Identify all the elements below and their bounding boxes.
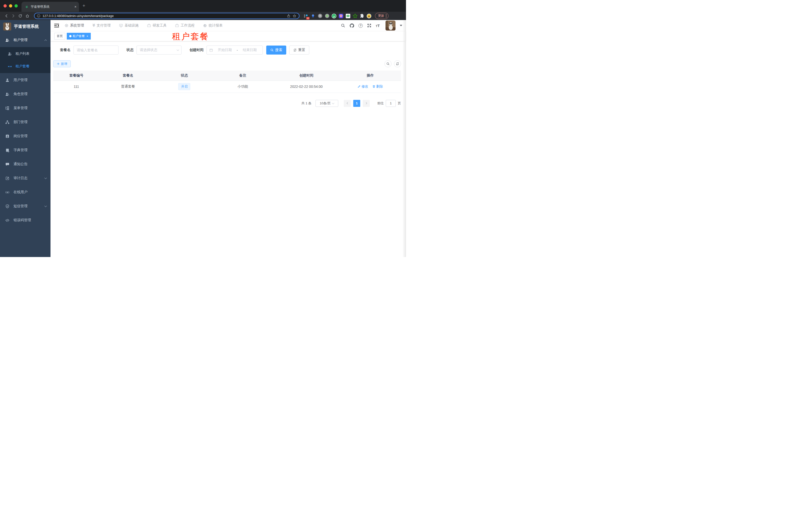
sidebar-item-post-management[interactable]: 岗位管理 (0, 129, 51, 143)
top-nav-report[interactable]: 统计报表 (203, 23, 223, 28)
browser-update-button[interactable]: 更新 (375, 13, 388, 19)
tag-tenant-package[interactable]: 租户套餐 × (67, 33, 91, 39)
extension-gem-icon[interactable] (311, 13, 316, 19)
sidebar-submenu-tenant: 租户列表 租户套餐 (0, 47, 51, 73)
cell-create-time: 2022-02-22 00:54:00 (273, 81, 339, 92)
extensions-puzzle-icon[interactable] (359, 13, 365, 19)
github-icon[interactable] (349, 23, 354, 28)
refresh-table-button[interactable] (394, 60, 401, 67)
minimize-window-button[interactable] (9, 4, 12, 7)
red-annotation-text: 租户套餐 (172, 32, 209, 41)
sidebar-item-label: 审计日志 (13, 176, 28, 181)
extension-command-icon[interactable]: ⌘ (318, 13, 322, 19)
sidebar-item-tenant-list[interactable]: 租户列表 (0, 48, 51, 60)
reload-icon[interactable] (18, 14, 23, 18)
monitor-icon (119, 24, 123, 28)
bookmark-star-icon[interactable] (292, 14, 296, 18)
sidebar-item-label: 在线用户 (13, 190, 28, 194)
top-nav-infra[interactable]: 基础设施 (119, 23, 139, 28)
top-nav-payment[interactable]: ¥ 支付管理 (92, 23, 111, 28)
package-name-input[interactable] (74, 46, 118, 55)
font-size-icon[interactable]: TT (376, 24, 380, 28)
tag-home[interactable]: 首页 (54, 33, 65, 39)
users-icon (5, 38, 9, 42)
browser-tab[interactable]: 芋道管理系统 × (22, 2, 79, 12)
chevron-down-icon (177, 49, 179, 51)
current-page-button[interactable]: 1 (353, 100, 360, 107)
share-icon[interactable] (287, 14, 290, 18)
help-icon[interactable]: ? (358, 24, 363, 28)
sidebar-item-dept-management[interactable]: 部门管理 (0, 115, 51, 129)
next-page-button[interactable] (363, 100, 370, 107)
goto-page-input[interactable] (386, 100, 396, 107)
profile-avatar-smiley[interactable] (367, 13, 372, 19)
sidebar-item-audit-log[interactable]: 审计日志 (0, 171, 51, 185)
status-select[interactable]: 请选择状态 (137, 46, 181, 55)
tab-title: 芋道管理系统 (31, 5, 72, 9)
table-row[interactable]: 111 普通套餐 开启 小功能 2022-02-22 00:54:00 修改 (53, 81, 401, 92)
prev-page-button[interactable] (344, 100, 351, 107)
date-range-picker[interactable]: 开始日期 - 结束日期 (206, 46, 263, 55)
sidebar-item-error-code[interactable]: 错误码管理 (0, 213, 51, 227)
extension-shield-icon[interactable] (339, 13, 344, 19)
site-info-icon[interactable] (37, 14, 40, 18)
sidebar-item-user-management[interactable]: 用户管理 (0, 73, 51, 87)
start-date-placeholder[interactable]: 开始日期 (214, 48, 235, 52)
url-text[interactable]: 127.0.0.1:48080/admin-ui/system/tenant/p… (42, 14, 285, 18)
sidebar-item-notice[interactable]: 通知公告 (0, 157, 51, 171)
window-controls[interactable] (3, 4, 18, 7)
extension-chat-icon[interactable] (346, 13, 350, 19)
end-date-placeholder[interactable]: 结束日期 (239, 48, 260, 52)
svg-text:⌘: ⌘ (319, 14, 321, 17)
extensions-row: 10 ⌘ y (303, 13, 372, 19)
delete-link[interactable]: 删除 (372, 84, 383, 89)
edit-link[interactable]: 修改 (357, 84, 368, 89)
url-bar[interactable]: 127.0.0.1:48080/admin-ui/system/tenant/p… (34, 13, 299, 19)
page-size-select[interactable]: 10条/页 (316, 100, 338, 107)
extension-star-icon[interactable] (352, 13, 357, 19)
user-avatar[interactable] (385, 21, 396, 30)
extension-green-dot-icon[interactable] (324, 13, 329, 19)
browser-menu-kebab-icon[interactable] (386, 14, 386, 18)
sidebar: 芋道管理系统 租户管理 租户列表 租户套餐 用户管理 (0, 20, 51, 257)
extension-y-icon[interactable]: y (331, 13, 337, 19)
app-window: 芋道管理系统 租户管理 租户列表 租户套餐 用户管理 (0, 20, 406, 257)
col-package-id: 套餐编号 (53, 71, 99, 81)
sidebar-item-dict-management[interactable]: 字典管理 (0, 143, 51, 157)
close-window-button[interactable] (3, 4, 7, 7)
cell-package-id: 111 (53, 81, 99, 92)
extension-pixel-badge-icon[interactable]: 10 (303, 13, 309, 19)
home-icon[interactable] (25, 14, 30, 18)
maximize-window-button[interactable] (14, 4, 18, 7)
top-nav-system[interactable]: 系统管理 (64, 23, 84, 28)
chevron-down-icon (332, 102, 335, 104)
pagination-total: 共 1 条 (301, 101, 312, 106)
search-icon[interactable] (341, 23, 345, 28)
browser-toolbar: 127.0.0.1:48080/admin-ui/system/tenant/p… (0, 12, 406, 20)
top-nav-workflow[interactable]: 工作流程 (175, 23, 195, 28)
sidebar-item-tenant-management[interactable]: 租户管理 (0, 33, 51, 47)
tag-close-icon[interactable]: × (87, 34, 88, 38)
sidebar-logo-row[interactable]: 芋道管理系统 (0, 20, 51, 33)
sidebar-fold-icon[interactable] (54, 24, 59, 28)
sidebar-item-role-management[interactable]: 角色管理 (0, 87, 51, 101)
sidebar-item-menu-management[interactable]: 菜单管理 (0, 101, 51, 115)
toggle-search-button[interactable] (384, 60, 392, 67)
sidebar-item-tenant-package[interactable]: 租户套餐 (0, 60, 51, 73)
cell-package-name: 普通套餐 (99, 81, 156, 92)
tab-close-icon[interactable]: × (75, 5, 77, 9)
sidebar-item-sms-management[interactable]: 短信管理 (0, 199, 51, 213)
back-icon[interactable] (3, 14, 9, 18)
forward-icon[interactable] (10, 14, 16, 18)
reset-button-label: 重置 (298, 48, 305, 52)
fullscreen-icon[interactable] (367, 23, 372, 28)
new-tab-button[interactable]: + (83, 3, 85, 8)
code-icon (5, 218, 9, 222)
search-button[interactable]: 搜索 (266, 46, 286, 55)
add-button[interactable]: 新增 (53, 60, 71, 67)
avatar-caret-down-icon[interactable] (400, 25, 402, 28)
sidebar-item-online-users[interactable]: 在线用户 (0, 185, 51, 199)
reset-button[interactable]: 重置 (289, 46, 309, 55)
page-size-value: 10条/页 (320, 101, 331, 106)
top-nav-devtools[interactable]: 研发工具 (147, 23, 167, 28)
